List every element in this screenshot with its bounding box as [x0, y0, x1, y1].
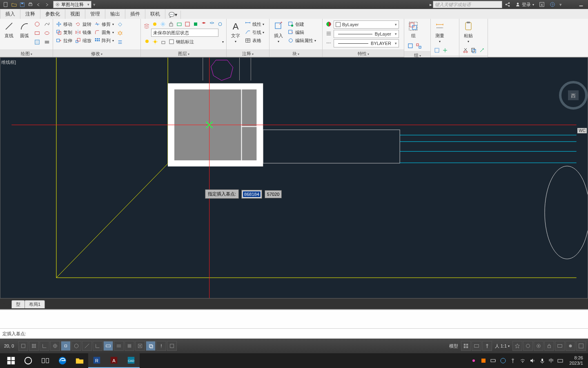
linear-dim-button[interactable]: 线性▾: [245, 20, 264, 28]
offset-icon[interactable]: [116, 38, 124, 46]
explode-icon[interactable]: [116, 29, 124, 37]
cortana-button[interactable]: [20, 353, 37, 368]
workspace-dropdown[interactable]: 草图与注释: [53, 1, 91, 8]
rect-icon[interactable]: [33, 29, 41, 37]
workspace-switch-button[interactable]: [534, 341, 543, 351]
layer-more1-icon[interactable]: [176, 20, 183, 28]
qat-new-icon[interactable]: [2, 1, 9, 8]
annotation-monitor-button[interactable]: [156, 341, 166, 351]
layer-props-icon[interactable]: [143, 20, 149, 32]
line-button[interactable]: 直线: [2, 20, 16, 39]
cut-icon[interactable]: [462, 47, 469, 54]
lineweight-icon[interactable]: [325, 30, 332, 37]
table-button[interactable]: 表格: [245, 37, 264, 44]
dyn-input-button[interactable]: [103, 341, 113, 351]
edit-block-button[interactable]: 编辑: [287, 29, 316, 36]
region-icon[interactable]: [43, 38, 51, 46]
tray-keyboard-icon[interactable]: [557, 357, 564, 364]
paste-button[interactable]: 粘贴 ▾: [462, 20, 475, 43]
otrack-button[interactable]: [82, 341, 92, 351]
osnap-button[interactable]: [61, 341, 71, 351]
layer-iso-icon[interactable]: [200, 20, 207, 28]
linetype-dropdown[interactable]: BYLAYER: [334, 39, 399, 47]
start-button[interactable]: [2, 353, 20, 368]
polar-button[interactable]: [50, 341, 60, 351]
3dosnap-button[interactable]: [71, 341, 81, 351]
copy-button[interactable]: 复制: [56, 29, 72, 36]
tray-mic-icon[interactable]: [539, 357, 546, 364]
clean-screen-button[interactable]: [576, 341, 586, 351]
visual-style-tag[interactable]: 维线框]: [1, 59, 16, 65]
leader-button[interactable]: 引线▾: [245, 29, 264, 36]
arc-button[interactable]: 圆弧: [18, 20, 31, 39]
command-input[interactable]: 定插入基点:: [0, 329, 588, 339]
erase-icon[interactable]: [116, 20, 124, 28]
scale-button[interactable]: 缩放: [75, 37, 91, 44]
anno-autoscale-button[interactable]: [523, 341, 533, 351]
scroll-right-icon[interactable]: ▶: [6, 301, 11, 307]
workspace-dd-arrow-icon[interactable]: ▾: [91, 2, 97, 7]
anno-visibility-button[interactable]: [512, 341, 522, 351]
tray-hp-icon[interactable]: [500, 357, 506, 364]
measure-button[interactable]: 测量 ▾: [433, 20, 446, 43]
rotate-button[interactable]: 旋转: [75, 20, 91, 28]
qat-print-icon[interactable]: [27, 1, 34, 8]
explorer-button[interactable]: [71, 353, 88, 368]
ime-indicator[interactable]: 中: [549, 357, 554, 364]
layer-more5-icon[interactable]: [216, 20, 224, 28]
clock[interactable]: 8:26 2023/1: [567, 355, 586, 366]
isolate-button[interactable]: [566, 341, 575, 351]
tab-annotate[interactable]: 注释: [20, 9, 40, 19]
lock2-icon[interactable]: [160, 38, 167, 45]
color-dropdown[interactable]: ByLayer: [334, 20, 399, 29]
qat-undo-icon[interactable]: [35, 1, 42, 8]
select-all-icon[interactable]: [433, 47, 441, 54]
quick-view-button[interactable]: [472, 341, 481, 351]
panel-block-title[interactable]: 块: [270, 49, 322, 57]
ellipse-icon[interactable]: [43, 29, 51, 37]
view-cube[interactable]: 西: [559, 78, 588, 113]
minimize-icon[interactable]: [577, 1, 586, 8]
panel-layers-title[interactable]: 图层: [141, 49, 226, 57]
model-paper-button[interactable]: [167, 341, 177, 351]
lineweight-dropdown[interactable]: ByLayer: [334, 30, 399, 38]
layer-state-dropdown[interactable]: 未保存的图层状态: [151, 29, 218, 37]
lock-ui-button[interactable]: [544, 341, 554, 351]
layer-more2-icon[interactable]: [184, 20, 191, 28]
dynamic-input-y[interactable]: 57020: [265, 190, 282, 198]
color-sw-icon[interactable]: [168, 38, 175, 45]
ortho-button[interactable]: [40, 341, 49, 351]
color-wheel-icon[interactable]: [325, 20, 332, 28]
copy-clip-icon[interactable]: [470, 47, 477, 54]
model-tab[interactable]: 型: [11, 300, 25, 308]
array-button[interactable]: 阵列▾: [94, 37, 114, 44]
ducs-button[interactable]: [93, 341, 102, 351]
text-button[interactable]: A 文字 ▾: [229, 20, 242, 43]
help-icon[interactable]: ?: [548, 1, 557, 8]
panel-properties-title[interactable]: 特性: [323, 49, 404, 57]
hatch-icon[interactable]: [33, 38, 41, 46]
search-input[interactable]: 键入关键字或短语: [433, 1, 502, 8]
layer-more4-icon[interactable]: [208, 20, 216, 28]
login-button[interactable]: 登录 ▾: [513, 2, 537, 8]
grid-button[interactable]: [29, 341, 39, 351]
fillet-button[interactable]: 圆角▾: [94, 29, 114, 36]
lightbulb-icon[interactable]: [143, 38, 151, 45]
snap-mode-button[interactable]: [18, 341, 28, 351]
layout-grid-button[interactable]: [461, 341, 471, 351]
edge-button[interactable]: [54, 353, 71, 368]
circle-icon[interactable]: [33, 20, 41, 28]
group-edit-icon[interactable]: [407, 42, 414, 49]
mirror-button[interactable]: 镜像: [75, 29, 91, 36]
anno-scale-icon[interactable]: [482, 341, 492, 351]
move-button[interactable]: 移动: [56, 20, 72, 28]
match-icon[interactable]: [478, 47, 486, 54]
qat-open-icon[interactable]: [10, 1, 18, 8]
tray-battery-icon[interactable]: [490, 357, 497, 364]
lineweight-toggle[interactable]: [114, 341, 124, 351]
create-block-button[interactable]: 创建: [287, 20, 316, 28]
tab-output[interactable]: 输出: [105, 9, 125, 19]
quick-props-button[interactable]: [135, 341, 145, 351]
layer-off-icon[interactable]: [151, 20, 158, 28]
transparency-button[interactable]: [125, 341, 134, 351]
